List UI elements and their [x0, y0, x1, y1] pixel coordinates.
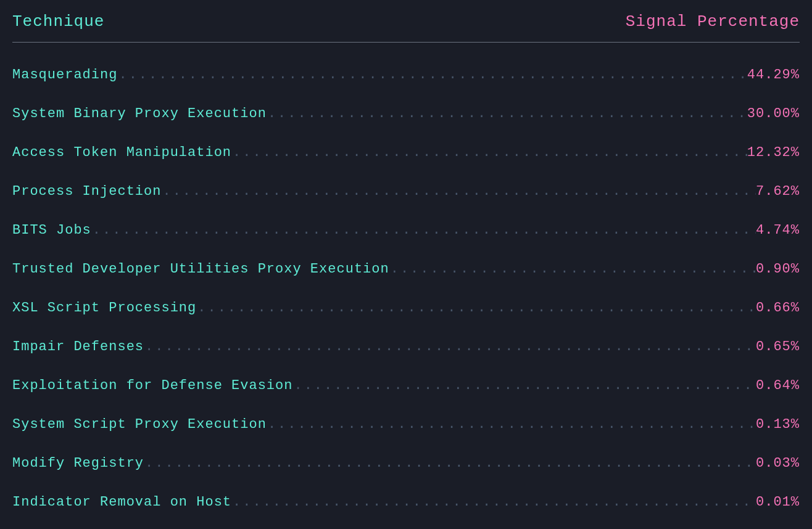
- dot-leader: ........................................…: [267, 417, 756, 432]
- percentage-value: 30.00%: [747, 106, 800, 121]
- percentage-value: 0.01%: [756, 494, 800, 510]
- table-row: BITS Jobs...............................…: [12, 223, 800, 238]
- percentage-value: 0.65%: [756, 339, 800, 355]
- percentage-value: 0.64%: [756, 378, 800, 393]
- percentage-value: 0.13%: [756, 417, 800, 432]
- dot-leader: ........................................…: [267, 106, 747, 121]
- table-row: Process Injection.......................…: [12, 184, 800, 199]
- percentage-value: 4.74%: [756, 223, 800, 238]
- table-row: Impair Defenses.........................…: [12, 339, 800, 355]
- percentage-value: 0.66%: [756, 300, 800, 316]
- dot-leader: ........................................…: [144, 456, 756, 471]
- table-row: Exploitation for Defense Evasion........…: [12, 378, 800, 393]
- technique-name: Impair Defenses: [12, 339, 144, 355]
- table-row: Modify Registry.........................…: [12, 456, 800, 471]
- percentage-value: 7.62%: [756, 184, 800, 199]
- percentage-value: 44.29%: [747, 67, 800, 83]
- percentage-value: 0.03%: [756, 456, 800, 471]
- dot-leader: ........................................…: [161, 184, 756, 199]
- technique-name: XSL Script Processing: [12, 300, 196, 316]
- technique-name: Modify Registry: [12, 456, 144, 471]
- dot-leader: ........................................…: [117, 67, 747, 83]
- technique-name: Indicator Removal on Host: [12, 494, 231, 510]
- table-row: Indicator Removal on Host...............…: [12, 494, 800, 510]
- table-row: System Script Proxy Execution...........…: [12, 417, 800, 432]
- technique-name: System Script Proxy Execution: [12, 417, 267, 432]
- dot-leader: ........................................…: [91, 223, 756, 238]
- dot-leader: ........................................…: [231, 145, 747, 160]
- dot-leader: ........................................…: [231, 494, 756, 510]
- technique-name: System Binary Proxy Execution: [12, 106, 267, 121]
- table-row: Access Token Manipulation...............…: [12, 145, 800, 160]
- dot-leader: ........................................…: [292, 378, 756, 393]
- technique-name: Trusted Developer Utilities Proxy Execut…: [12, 261, 389, 277]
- table-row: System Binary Proxy Execution...........…: [12, 106, 800, 121]
- dot-leader: ........................................…: [196, 300, 756, 316]
- dot-leader: ........................................…: [144, 339, 756, 355]
- technique-name: BITS Jobs: [12, 223, 91, 238]
- table-header: Technique Signal Percentage: [12, 12, 800, 43]
- table-row: XSL Script Processing...................…: [12, 300, 800, 316]
- header-percentage-label: Signal Percentage: [626, 12, 800, 31]
- header-technique-label: Technique: [12, 12, 104, 31]
- technique-name: Masquerading: [12, 67, 117, 83]
- table-row: Masquerading............................…: [12, 67, 800, 83]
- table-row: Trusted Developer Utilities Proxy Execut…: [12, 261, 800, 277]
- technique-name: Access Token Manipulation: [12, 145, 231, 160]
- table-body: Masquerading............................…: [12, 67, 800, 510]
- dot-leader: ........................................…: [389, 261, 756, 277]
- technique-name: Process Injection: [12, 184, 161, 199]
- percentage-value: 0.90%: [756, 261, 800, 277]
- percentage-value: 12.32%: [747, 145, 800, 160]
- technique-name: Exploitation for Defense Evasion: [12, 378, 292, 393]
